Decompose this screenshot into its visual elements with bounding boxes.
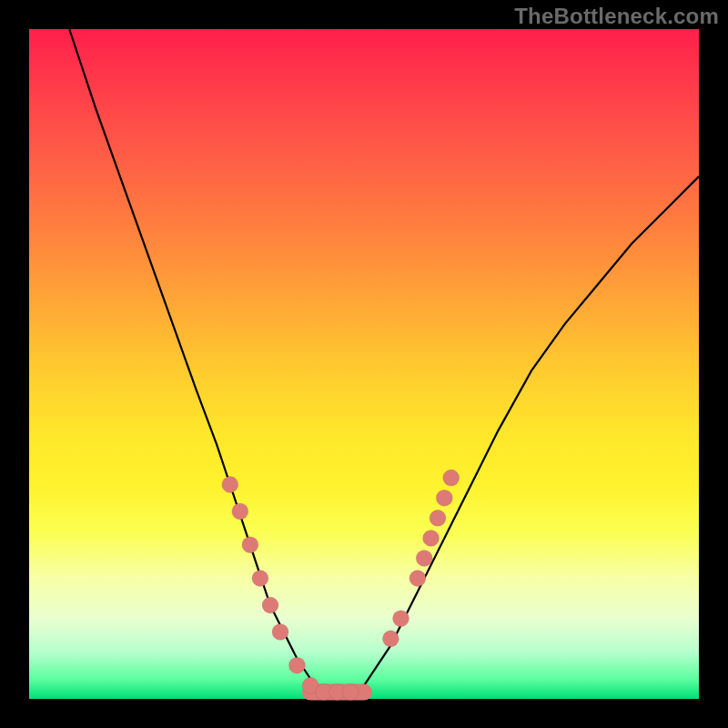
marker-dot xyxy=(416,550,432,566)
marker-dot xyxy=(242,537,258,553)
marker-dot xyxy=(252,571,268,587)
marker-dot xyxy=(443,470,460,486)
marker-dot xyxy=(410,571,426,587)
marker-dot xyxy=(393,611,410,627)
marker-dot xyxy=(436,490,452,506)
marker-dot xyxy=(382,631,399,647)
marker-dot xyxy=(423,530,440,546)
marker-dot xyxy=(430,510,446,526)
marker-dot xyxy=(232,503,248,520)
marker-dot xyxy=(262,597,278,613)
marker-dot xyxy=(222,477,238,493)
chart-svg xyxy=(29,29,699,699)
marker-dots xyxy=(222,470,460,701)
bottleneck-curve xyxy=(69,29,699,693)
watermark-text: TheBottleneck.com xyxy=(514,4,719,29)
plot-area xyxy=(29,29,699,699)
marker-dot xyxy=(288,657,305,673)
marker-dot xyxy=(272,623,288,640)
chart-frame: TheBottleneck.com xyxy=(0,0,728,728)
marker-dot xyxy=(342,684,359,701)
